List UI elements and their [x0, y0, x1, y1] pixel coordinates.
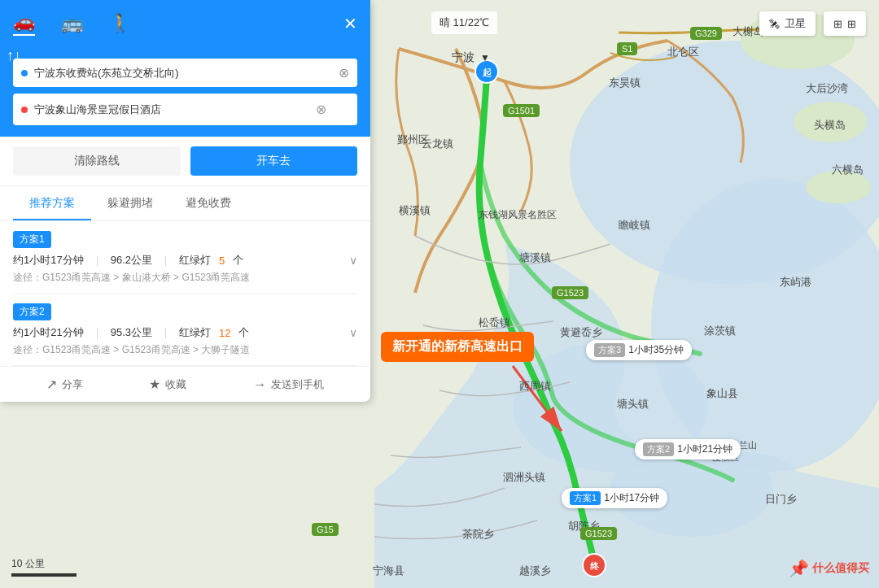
- scheme2-chevron[interactable]: ∨: [349, 326, 357, 339]
- scheme-item-2: 方案2 约1小时21分钟 ｜ 95.3公里 ｜ 红绿灯 12 个 ∨ 途径：G1…: [13, 294, 357, 366]
- clear-route-button[interactable]: 清除路线: [13, 146, 181, 176]
- svg-text:终: 终: [589, 561, 600, 571]
- scheme3-map-label[interactable]: 方案3 1小时35分钟: [586, 340, 692, 360]
- callout-text: 新开通的新桥高速出口: [392, 339, 523, 353]
- layers-icon: ⊞: [833, 18, 842, 30]
- swap-button[interactable]: ↑↓: [7, 47, 21, 64]
- scheme2-badge: 方案2: [643, 442, 674, 456]
- weather-info: 晴 11/22℃: [431, 11, 497, 34]
- scheme2-time: 约1小时21分钟: [13, 325, 84, 340]
- scheme1-via: 途径：G1523甬莞高速 > 象山港大桥 > G1523甬莞高速: [13, 271, 357, 285]
- route-options: 方案1 约1小时17分钟 ｜ 96.2公里 ｜ 红绿灯 5 个 ∨ 途径：G15…: [0, 221, 370, 366]
- scheme2-badge-panel[interactable]: 方案2: [13, 303, 51, 320]
- route-inputs: ↑↓ 宁波东收费站(东苑立交桥北向) ⊗ 宁波象山海景皇冠假日酒店 ⊗ +: [0, 46, 370, 137]
- logo: 📌 什么值得买: [789, 559, 869, 578]
- start-input-row[interactable]: 宁波东收费站(东苑立交桥北向) ⊗: [13, 59, 357, 87]
- transport-car[interactable]: 🚗: [13, 11, 35, 36]
- svg-point-7: [806, 171, 871, 203]
- scale-bar: 10 公里: [11, 557, 77, 577]
- send-label: 发送到手机: [271, 377, 324, 392]
- scheme2-summary: 约1小时21分钟 ｜ 95.3公里 ｜ 红绿灯 12 个 ∨: [13, 325, 357, 340]
- logo-icon: 📌: [789, 559, 809, 578]
- start-dot: [21, 70, 28, 76]
- scheme1-lights-unit: 个: [233, 253, 243, 268]
- satellite-button[interactable]: 🛰 卫星: [759, 11, 816, 36]
- tab-recommended[interactable]: 推荐方案: [13, 186, 91, 220]
- start-clear-button[interactable]: ⊗: [339, 65, 349, 81]
- transport-header: 🚗 🚌 🚶 ✕: [0, 0, 370, 46]
- scheme1-lights-label: 红绿灯: [179, 253, 211, 268]
- transport-bus[interactable]: 🚌: [61, 13, 83, 34]
- scale-line: [11, 573, 77, 577]
- scheme-item-1: 方案1 约1小时17分钟 ｜ 96.2公里 ｜ 红绿灯 5 个 ∨ 途径：G15…: [13, 221, 357, 294]
- end-input-row[interactable]: 宁波象山海景皇冠假日酒店 ⊗ +: [13, 94, 357, 125]
- end-dot: [21, 107, 28, 113]
- satellite-label: 卫星: [785, 16, 806, 31]
- scheme1-lights-count: 5: [219, 255, 225, 267]
- scheme1-summary: 约1小时17分钟 ｜ 96.2公里 ｜ 红绿灯 5 个 ∨: [13, 253, 357, 268]
- scale-text: 10 公里: [11, 557, 45, 571]
- svg-text:▼: ▼: [480, 52, 490, 63]
- collect-icon: ★: [149, 377, 160, 392]
- scheme2-time: 1小时21分钟: [677, 442, 732, 456]
- scheme1-badge: 方案1: [570, 491, 601, 505]
- scheme1-chevron[interactable]: ∨: [349, 254, 357, 267]
- scheme2-lights-count: 12: [219, 327, 230, 339]
- share-icon: ↗: [46, 377, 57, 392]
- send-icon: →: [253, 377, 266, 392]
- scheme2-distance: 95.3公里: [111, 325, 152, 340]
- end-input-text: 宁波象山海景皇冠假日酒店: [34, 102, 309, 117]
- end-clear-button[interactable]: ⊗: [316, 102, 326, 117]
- scheme3-badge: 方案3: [594, 343, 625, 357]
- share-button[interactable]: ↗ 分享: [46, 377, 83, 392]
- scheme2-via: 途径：G1523甬莞高速 > G1523甬莞高速 > 大狮子隧道: [13, 343, 357, 357]
- scheme1-badge-panel[interactable]: 方案1: [13, 231, 51, 248]
- start-input-text: 宁波东收费站(东苑立交桥北向): [34, 66, 332, 81]
- collect-label: 收藏: [165, 377, 186, 392]
- send-to-phone-button[interactable]: → 发送到手机: [253, 377, 324, 392]
- svg-point-6: [794, 102, 867, 142]
- close-button[interactable]: ✕: [343, 14, 357, 33]
- share-label: 分享: [62, 377, 83, 392]
- drive-button[interactable]: 开车去: [190, 146, 358, 176]
- transport-walk[interactable]: 🚶: [109, 13, 131, 34]
- route-tabs: 推荐方案 躲避拥堵 避免收费: [0, 186, 370, 221]
- add-waypoint-button[interactable]: +: [339, 100, 349, 119]
- map-controls: 🛰 卫星 ⊞ ⊞: [759, 11, 866, 36]
- collect-button[interactable]: ★ 收藏: [149, 377, 186, 392]
- scheme1-time: 1小时17分钟: [604, 491, 659, 505]
- scheme1-time: 约1小时17分钟: [13, 253, 84, 268]
- scheme2-map-label[interactable]: 方案2 1小时21分钟: [635, 439, 741, 460]
- left-panel: 🚗 🚌 🚶 ✕ ↑↓ 宁波东收费站(东苑立交桥北向) ⊗ 宁波象山海景皇冠假日酒…: [0, 0, 370, 402]
- svg-text:起: 起: [482, 68, 492, 77]
- scheme2-lights-unit: 个: [238, 325, 249, 340]
- weather-text: 晴 11/22℃: [440, 16, 489, 28]
- new-exit-callout: 新开通的新桥高速出口: [381, 332, 534, 362]
- bottom-actions: ↗ 分享 ★ 收藏 → 发送到手机: [0, 366, 370, 402]
- tab-avoid-toll[interactable]: 避免收费: [169, 186, 247, 220]
- scheme2-lights-label: 红绿灯: [179, 325, 211, 340]
- transport-icons: 🚗 🚌 🚶: [13, 11, 131, 36]
- scheme3-time: 1小时35分钟: [628, 343, 684, 357]
- scheme1-distance: 96.2公里: [111, 253, 152, 268]
- logo-text: 什么值得买: [812, 561, 869, 576]
- tab-avoid-congestion[interactable]: 躲避拥堵: [91, 186, 169, 220]
- layers-button[interactable]: ⊞ ⊞: [824, 11, 866, 36]
- scheme1-map-label[interactable]: 方案1 1小时17分钟: [562, 488, 667, 508]
- svg-text:宁波: 宁波: [452, 50, 474, 63]
- action-buttons: 清除路线 开车去: [0, 137, 370, 186]
- satellite-icon: 🛰: [769, 18, 780, 30]
